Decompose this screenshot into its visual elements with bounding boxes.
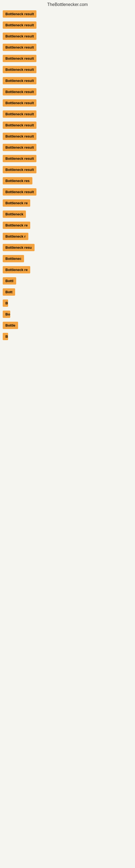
bottleneck-row: Bottleneck result <box>3 99 132 106</box>
bottleneck-badge[interactable]: Bott <box>3 288 15 296</box>
bottleneck-row: Bottleneck result <box>3 44 132 51</box>
bottleneck-badge[interactable]: Bottleneck result <box>3 99 37 106</box>
bottleneck-badge[interactable]: Bo <box>3 311 10 318</box>
bottleneck-row: B <box>3 333 132 340</box>
bottleneck-row: Bott <box>3 288 132 296</box>
bottleneck-row: Bottleneck result <box>3 55 132 62</box>
bottleneck-badge[interactable]: Bottleneck result <box>3 10 37 18</box>
bottleneck-row: Bottleneck result <box>3 22 132 29</box>
bottleneck-row: Bottleneck re <box>3 222 132 229</box>
bottleneck-badge[interactable]: Bottleneck result <box>3 122 37 129</box>
bottleneck-row: Bottleneck re <box>3 266 132 273</box>
bottleneck-badge[interactable]: Bottleneck result <box>3 55 37 62</box>
bottleneck-badge[interactable]: Bottlenec <box>3 255 24 262</box>
bottleneck-row: Bottleneck result <box>3 88 132 95</box>
bottleneck-row: Bottleneck res <box>3 177 132 184</box>
site-title: TheBottlenecker.com <box>0 0 135 10</box>
bottleneck-badge[interactable]: Bottleneck result <box>3 33 37 40</box>
bottleneck-row: Bottleneck <box>3 211 132 218</box>
bottleneck-badge[interactable]: Bottl <box>3 277 16 284</box>
bottleneck-row: Bottleneck result <box>3 166 132 173</box>
bottleneck-row: Bottleneck result <box>3 188 132 195</box>
bottleneck-badge[interactable]: Bottleneck result <box>3 166 37 173</box>
bottleneck-row: Bottlenec <box>3 255 132 262</box>
bottleneck-badge[interactable]: B <box>3 300 8 307</box>
bottleneck-badge[interactable]: B <box>3 333 8 340</box>
bottleneck-badge[interactable]: Bottle <box>3 322 18 329</box>
bottleneck-list: Bottleneck resultBottleneck resultBottle… <box>0 10 135 340</box>
bottleneck-badge[interactable]: Bottleneck re <box>3 199 30 207</box>
bottleneck-badge[interactable]: Bottleneck re <box>3 266 30 273</box>
bottleneck-badge[interactable]: Bottleneck resu <box>3 244 35 251</box>
bottleneck-row: Bo <box>3 311 132 318</box>
bottleneck-badge[interactable]: Bottleneck r <box>3 233 28 240</box>
bottleneck-row: Bottleneck r <box>3 233 132 240</box>
bottleneck-row: Bottleneck re <box>3 199 132 207</box>
bottleneck-row: Bottleneck result <box>3 155 132 162</box>
site-title-text: TheBottlenecker.com <box>47 2 88 7</box>
bottleneck-row: Bottl <box>3 277 132 284</box>
bottleneck-row: Bottleneck result <box>3 133 132 140</box>
bottleneck-row: Bottleneck result <box>3 111 132 118</box>
bottleneck-badge[interactable]: Bottleneck <box>3 211 26 218</box>
bottleneck-badge[interactable]: Bottleneck result <box>3 44 37 51</box>
bottleneck-badge[interactable]: Bottleneck result <box>3 188 37 195</box>
bottleneck-row: Bottleneck result <box>3 33 132 40</box>
bottleneck-row: Bottleneck resu <box>3 244 132 251</box>
bottleneck-row: B <box>3 300 132 307</box>
bottleneck-row: Bottleneck result <box>3 144 132 151</box>
bottleneck-badge[interactable]: Bottleneck result <box>3 77 37 84</box>
bottleneck-row: Bottleneck result <box>3 66 132 73</box>
bottleneck-row: Bottleneck result <box>3 10 132 18</box>
bottleneck-badge[interactable]: Bottleneck result <box>3 111 37 118</box>
bottleneck-badge[interactable]: Bottleneck res <box>3 177 32 184</box>
bottleneck-badge[interactable]: Bottleneck result <box>3 22 37 29</box>
bottleneck-badge[interactable]: Bottleneck re <box>3 222 30 229</box>
bottleneck-row: Bottleneck result <box>3 122 132 129</box>
bottleneck-badge[interactable]: Bottleneck result <box>3 66 37 73</box>
bottleneck-row: Bottle <box>3 322 132 329</box>
bottleneck-badge[interactable]: Bottleneck result <box>3 144 37 151</box>
bottleneck-badge[interactable]: Bottleneck result <box>3 155 37 162</box>
bottleneck-badge[interactable]: Bottleneck result <box>3 133 37 140</box>
bottleneck-badge[interactable]: Bottleneck result <box>3 88 37 95</box>
bottleneck-row: Bottleneck result <box>3 77 132 84</box>
